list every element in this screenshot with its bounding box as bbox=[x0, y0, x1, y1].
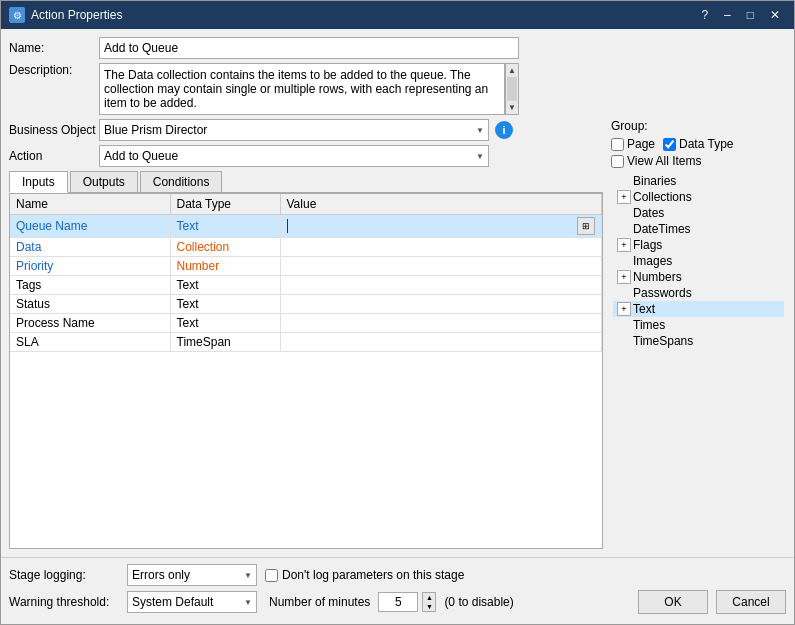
dont-log-checkbox[interactable] bbox=[265, 569, 278, 582]
description-scrollbar[interactable]: ▲ ▼ bbox=[505, 63, 519, 115]
left-panel: Business Object Blue Prism Director ▼ i … bbox=[9, 119, 603, 549]
tree-spacer bbox=[617, 174, 631, 188]
row-type-cell: Text bbox=[170, 295, 280, 314]
tree-item[interactable]: +Text bbox=[613, 301, 784, 317]
tree-item[interactable]: +Collections bbox=[613, 189, 784, 205]
action-arrow: ▼ bbox=[476, 152, 484, 161]
viewall-label: View All Items bbox=[627, 154, 701, 168]
tree-label: Passwords bbox=[633, 286, 692, 300]
row-name-cell: Data bbox=[10, 238, 170, 257]
tab-outputs[interactable]: Outputs bbox=[70, 171, 138, 192]
name-label: Name: bbox=[9, 41, 99, 55]
description-text[interactable]: The Data collection contains the items t… bbox=[99, 63, 505, 115]
name-input[interactable] bbox=[99, 37, 519, 59]
datatype-checkbox-item: Data Type bbox=[663, 137, 733, 151]
tree-expander[interactable]: + bbox=[617, 270, 631, 284]
tree-label: Text bbox=[633, 302, 655, 316]
minimize-button[interactable]: – bbox=[718, 5, 737, 25]
text-cursor bbox=[287, 219, 288, 233]
tree-spacer bbox=[617, 254, 631, 268]
row-value-cell bbox=[280, 333, 602, 352]
tab-inputs[interactable]: Inputs bbox=[9, 171, 68, 193]
dont-log-label: Don't log parameters on this stage bbox=[282, 568, 464, 582]
tree-item[interactable]: Images bbox=[613, 253, 784, 269]
row-type-cell: Text bbox=[170, 276, 280, 295]
scroll-down-arrow[interactable]: ▼ bbox=[506, 101, 518, 114]
spinner-up[interactable]: ▲ bbox=[423, 593, 435, 602]
type-tree: Binaries+CollectionsDatesDateTimes+Flags… bbox=[611, 171, 786, 549]
tree-label: Images bbox=[633, 254, 672, 268]
minutes-spinner[interactable]: ▲ ▼ bbox=[422, 592, 436, 612]
tab-conditions[interactable]: Conditions bbox=[140, 171, 223, 192]
checkbox-row-2: View All Items bbox=[611, 154, 786, 168]
tab-bar: Inputs Outputs Conditions bbox=[9, 171, 603, 193]
row-type-cell: Number bbox=[170, 257, 280, 276]
zero-to-disable: (0 to disable) bbox=[444, 595, 513, 609]
info-icon[interactable]: i bbox=[495, 121, 513, 139]
group-label: Group: bbox=[611, 119, 786, 133]
action-row: Action Add to Queue ▼ bbox=[9, 145, 603, 167]
tree-label: DateTimes bbox=[633, 222, 691, 236]
datatype-checkbox[interactable] bbox=[663, 138, 676, 151]
table-row[interactable]: PriorityNumber bbox=[10, 257, 602, 276]
tree-label: Binaries bbox=[633, 174, 676, 188]
right-panel: Group: Page Data Type View All Items bbox=[611, 119, 786, 549]
dont-log-check-row: Don't log parameters on this stage bbox=[265, 568, 464, 582]
spinner-down[interactable]: ▼ bbox=[423, 602, 435, 611]
table-row[interactable]: Queue NameText⊞ bbox=[10, 215, 602, 238]
row-value-cell: ⊞ bbox=[280, 215, 602, 238]
viewall-checkbox[interactable] bbox=[611, 155, 624, 168]
business-object-arrow: ▼ bbox=[476, 126, 484, 135]
minutes-input-row: ▲ ▼ bbox=[378, 592, 436, 612]
ok-cancel-row: OK Cancel bbox=[638, 590, 786, 614]
maximize-button[interactable]: □ bbox=[741, 5, 760, 25]
warning-threshold-combo[interactable]: System Default ▼ bbox=[127, 591, 257, 613]
stage-logging-combo[interactable]: Errors only ▼ bbox=[127, 564, 257, 586]
datatype-label: Data Type bbox=[679, 137, 733, 151]
ok-button[interactable]: OK bbox=[638, 590, 708, 614]
warning-threshold-row: Warning threshold: System Default ▼ Numb… bbox=[9, 590, 786, 614]
table-row[interactable]: TagsText bbox=[10, 276, 602, 295]
tree-label: Times bbox=[633, 318, 665, 332]
checkbox-row-1: Page Data Type bbox=[611, 137, 786, 151]
title-bar: ⚙ Action Properties ? – □ ✕ bbox=[1, 1, 794, 29]
tree-item[interactable]: Binaries bbox=[613, 173, 784, 189]
tree-label: Flags bbox=[633, 238, 662, 252]
table-row[interactable]: SLATimeSpan bbox=[10, 333, 602, 352]
tree-item[interactable]: DateTimes bbox=[613, 221, 784, 237]
business-object-combo[interactable]: Blue Prism Director ▼ bbox=[99, 119, 489, 141]
tree-item[interactable]: Passwords bbox=[613, 285, 784, 301]
tree-label: Numbers bbox=[633, 270, 682, 284]
action-properties-window: ⚙ Action Properties ? – □ ✕ Name: Descri… bbox=[0, 0, 795, 625]
cancel-button[interactable]: Cancel bbox=[716, 590, 786, 614]
tree-spacer bbox=[617, 222, 631, 236]
row-type-cell: Text bbox=[170, 215, 280, 238]
warning-threshold-arrow: ▼ bbox=[244, 598, 252, 607]
tree-expander[interactable]: + bbox=[617, 238, 631, 252]
name-row: Name: bbox=[9, 37, 786, 59]
row-value-cell bbox=[280, 295, 602, 314]
tree-item[interactable]: +Numbers bbox=[613, 269, 784, 285]
calc-button[interactable]: ⊞ bbox=[577, 217, 595, 235]
tree-expander[interactable]: + bbox=[617, 302, 631, 316]
action-label: Action bbox=[9, 149, 99, 163]
row-name-cell: SLA bbox=[10, 333, 170, 352]
inputs-table: Name Data Type Value Queue NameText⊞Data… bbox=[10, 194, 602, 352]
scroll-up-arrow[interactable]: ▲ bbox=[506, 64, 518, 77]
tree-item[interactable]: Dates bbox=[613, 205, 784, 221]
tree-expander[interactable]: + bbox=[617, 190, 631, 204]
close-button[interactable]: ✕ bbox=[764, 5, 786, 25]
help-button[interactable]: ? bbox=[695, 5, 714, 25]
minutes-input[interactable] bbox=[378, 592, 418, 612]
window-icon: ⚙ bbox=[9, 7, 25, 23]
table-row[interactable]: StatusText bbox=[10, 295, 602, 314]
table-row[interactable]: Process NameText bbox=[10, 314, 602, 333]
row-value-cell bbox=[280, 238, 602, 257]
tree-item[interactable]: Times bbox=[613, 317, 784, 333]
action-combo[interactable]: Add to Queue ▼ bbox=[99, 145, 489, 167]
tree-item[interactable]: +Flags bbox=[613, 237, 784, 253]
page-checkbox[interactable] bbox=[611, 138, 624, 151]
table-row[interactable]: DataCollection bbox=[10, 238, 602, 257]
tree-item[interactable]: TimeSpans bbox=[613, 333, 784, 349]
col-value: Value bbox=[280, 194, 602, 215]
